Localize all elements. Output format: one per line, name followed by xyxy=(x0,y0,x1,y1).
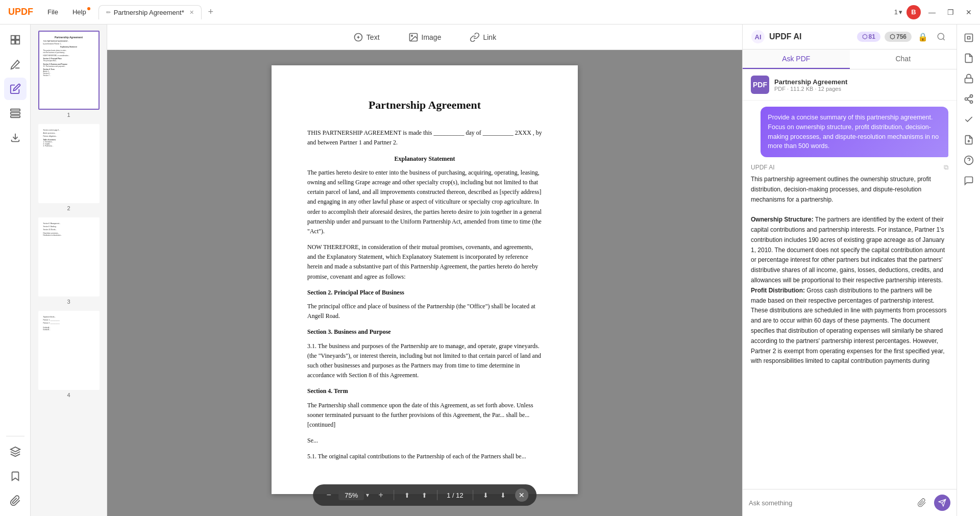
sidebar-btn-organize[interactable] xyxy=(4,102,27,125)
pdf-para-11: 5.1. The original capital contributions … xyxy=(307,452,542,461)
svg-point-20 xyxy=(965,98,967,101)
far-right-protect-btn[interactable] xyxy=(960,69,978,88)
ai-send-btn[interactable] xyxy=(934,495,950,511)
app-logo: UPDF xyxy=(4,7,37,17)
far-right-compress-btn[interactable] xyxy=(960,131,978,149)
tab-area: ✏ Partnership Agreement* ✕ + xyxy=(99,5,894,19)
pdf-para-2: The parties hereto desire to enter into … xyxy=(307,168,542,236)
text-tool-btn[interactable]: Text xyxy=(345,29,388,45)
ai-file-icon: PDF xyxy=(751,76,769,94)
ai-search-icon[interactable] xyxy=(934,30,948,44)
restore-btn[interactable]: ❐ xyxy=(943,5,958,19)
svg-rect-4 xyxy=(10,109,19,111)
sidebar-btn-convert[interactable] xyxy=(4,127,27,149)
tab-partnership-agreement[interactable]: ✏ Partnership Agreement* ✕ xyxy=(99,5,202,19)
ai-panel: AI UPDF AI ⬡ 81 ⬡ 756 🔒 xyxy=(742,24,957,516)
thumbnail-page-3[interactable]: Section 8. Management... Section 9. Bank… xyxy=(38,217,100,305)
ai-logo-icon: AI xyxy=(751,30,765,44)
thumbnail-img-2: Section content page 2... Article provis… xyxy=(38,124,100,203)
scroll-top-btn[interactable]: ⬆ xyxy=(399,487,414,503)
ai-tabs: Ask PDF Chat xyxy=(743,50,957,69)
far-right-ocr-btn[interactable] xyxy=(960,29,978,47)
image-tool-label: Image xyxy=(422,33,442,41)
svg-point-21 xyxy=(970,101,972,103)
add-tab-btn[interactable]: + xyxy=(204,5,218,19)
ai-messages-area: Provide a concise summary of this partne… xyxy=(743,101,957,489)
scroll-up-btn[interactable]: ⬆ xyxy=(416,487,432,503)
tab-chat[interactable]: Chat xyxy=(850,50,957,69)
svg-rect-6 xyxy=(10,116,19,118)
pdf-viewer-area[interactable]: Partnership Agreement THIS PARTNERSHIP A… xyxy=(107,50,742,516)
sidebar-btn-attachments[interactable] xyxy=(4,489,27,512)
pdf-para-3: NOW THEREFORE, in consideration of their… xyxy=(307,242,542,282)
svg-line-22 xyxy=(967,100,970,101)
link-tool-btn[interactable]: Link xyxy=(461,29,504,45)
sidebar-btn-annotate[interactable] xyxy=(4,53,27,76)
thumbnail-num-4: 4 xyxy=(67,392,70,398)
minimize-btn[interactable]: — xyxy=(925,5,939,19)
thumbnail-num-2: 2 xyxy=(67,205,70,211)
pdf-section-3: Section 3. Business and Purpose xyxy=(307,327,542,337)
tab-ask-pdf[interactable]: Ask PDF xyxy=(743,50,850,69)
sidebar-btn-layers[interactable] xyxy=(4,440,27,463)
profit-label: Profit Distribution: xyxy=(751,287,805,294)
thumbnail-num-1: 1 xyxy=(67,112,70,118)
bar-divider-2 xyxy=(437,490,437,500)
pdf-explanatory-heading: Explanatory Statement xyxy=(307,154,542,164)
page-nav: 1 / 12 xyxy=(443,492,468,499)
thumbnail-page-4[interactable]: Signature blocks... Partner 1: _________… xyxy=(38,311,100,398)
thumbnail-img-4: Signature blocks... Partner 1: _________… xyxy=(38,311,100,390)
zoom-in-btn[interactable]: + xyxy=(373,487,388,503)
menu-file[interactable]: File xyxy=(41,6,64,18)
image-tool-btn[interactable]: Image xyxy=(400,29,450,45)
zoom-out-btn[interactable]: − xyxy=(321,487,336,503)
close-bar-btn[interactable]: ✕ xyxy=(515,488,528,502)
menu-help[interactable]: Help xyxy=(66,6,92,18)
pdf-para-0: THIS PARTNERSHIP AGREEMENT is made this … xyxy=(307,128,542,148)
scroll-down-btn[interactable]: ⬇ xyxy=(478,487,494,503)
svg-rect-0 xyxy=(11,36,14,39)
ai-attach-icon[interactable] xyxy=(914,495,930,511)
token-total-badge: ⬡ 756 xyxy=(885,32,912,42)
ai-file-name: Partnership Agreement xyxy=(774,78,847,86)
zoom-input[interactable] xyxy=(338,490,364,500)
ai-lock-icon[interactable]: 🔒 xyxy=(916,30,930,44)
far-right-check-btn[interactable] xyxy=(960,110,978,129)
pdf-para-5: The principal office and place of busine… xyxy=(307,302,542,321)
pdf-bottom-bar: − ▾ + ⬆ ⬆ 1 / 12 ⬇ ⬇ ✕ xyxy=(313,484,536,506)
sidebar-btn-edit[interactable] xyxy=(4,78,27,100)
sidebar-btn-thumbnails[interactable] xyxy=(4,29,27,51)
pdf-section-2: Section 2. Principal Place of Business xyxy=(307,288,542,298)
far-right-extract-btn[interactable] xyxy=(960,49,978,67)
ai-copy-icon[interactable]: ⧉ xyxy=(944,163,948,171)
far-right-share-btn[interactable] xyxy=(960,90,978,108)
thumbnail-page-2[interactable]: Section content page 2... Article provis… xyxy=(38,124,100,211)
thumbnail-page-1[interactable]: Partnership Agreement THIS PARTNERSHIP A… xyxy=(38,31,100,118)
pdf-document-title: Partnership Agreement xyxy=(307,96,542,114)
link-tool-icon xyxy=(470,32,480,42)
scroll-bottom-btn[interactable]: ⬇ xyxy=(496,487,511,503)
tab-close-btn[interactable]: ✕ xyxy=(189,9,194,16)
svg-point-11 xyxy=(411,35,412,36)
zoom-dropdown-btn[interactable]: ▾ xyxy=(366,492,369,499)
far-right-comment-btn[interactable] xyxy=(960,171,978,190)
svg-rect-2 xyxy=(11,40,14,44)
text-tool-label: Text xyxy=(366,33,380,41)
content-wrapper: Text Image Link xyxy=(107,24,742,516)
ai-input-field[interactable] xyxy=(749,499,910,507)
far-right-ai2-btn[interactable] xyxy=(960,151,978,169)
svg-line-23 xyxy=(967,96,970,98)
svg-marker-8 xyxy=(10,447,19,452)
avatar[interactable]: B xyxy=(906,5,921,19)
token-free-badge: ⬡ 81 xyxy=(857,32,880,42)
sidebar-btn-bookmarks[interactable] xyxy=(4,465,27,487)
thumbnail-panel: Partnership Agreement THIS PARTNERSHIP A… xyxy=(31,24,107,516)
thumbnail-img-1: Partnership Agreement THIS PARTNERSHIP A… xyxy=(38,31,100,110)
svg-rect-1 xyxy=(15,36,19,39)
titlebar-right: 1 ▾ B — ❐ ✕ xyxy=(894,5,976,19)
close-btn[interactable]: ✕ xyxy=(962,5,976,19)
pdf-page-1: Partnership Agreement THIS PARTNERSHIP A… xyxy=(272,65,578,494)
far-right-panel xyxy=(957,24,980,516)
page-indicator: 1 ▾ xyxy=(894,8,902,16)
ai-user-message: Provide a concise summary of this partne… xyxy=(761,107,948,157)
